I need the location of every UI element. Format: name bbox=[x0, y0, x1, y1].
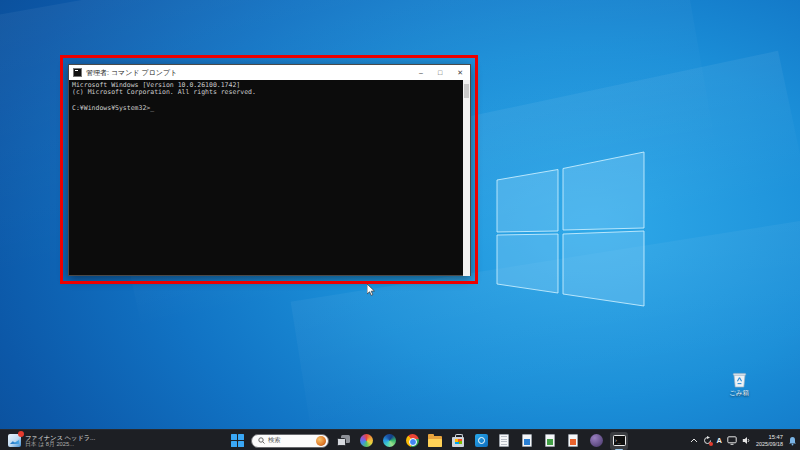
finance-widget-icon bbox=[8, 434, 21, 447]
task-view-icon bbox=[337, 435, 350, 446]
taskbar-app-command-prompt-active[interactable]: ›_ bbox=[610, 432, 628, 450]
taskbar-app-store[interactable] bbox=[449, 432, 467, 450]
cmd-console[interactable]: Microsoft Windows [Version 10.0.26100.17… bbox=[69, 80, 470, 276]
mouse-cursor-icon bbox=[367, 284, 376, 296]
taskbar-app-file-explorer[interactable] bbox=[426, 432, 444, 450]
notification-center-button[interactable] bbox=[788, 436, 797, 446]
display-icon bbox=[727, 436, 737, 445]
windows-start-icon bbox=[231, 434, 244, 447]
console-cursor: _ bbox=[150, 104, 154, 112]
cmd-window-icon bbox=[73, 68, 82, 77]
taskbar-app-edge[interactable] bbox=[380, 432, 398, 450]
sync-alert-badge bbox=[709, 442, 713, 446]
calc-document-icon bbox=[545, 434, 555, 447]
chevron-up-icon bbox=[690, 438, 698, 443]
window-controls: – □ ✕ bbox=[419, 69, 466, 76]
system-tray: A 15:47 2025/09/18 bbox=[690, 430, 797, 450]
hidden-icons-button[interactable] bbox=[690, 438, 698, 443]
widget-headline: ファイナンス ヘッドラ... bbox=[25, 434, 95, 441]
writer-document-icon bbox=[522, 434, 532, 447]
copilot-icon bbox=[360, 434, 373, 447]
notification-bell-icon bbox=[788, 436, 797, 446]
command-prompt-window[interactable]: 管理者: コマンド プロンプト – □ ✕ Microsoft Windows … bbox=[68, 64, 471, 276]
minimize-button[interactable]: – bbox=[419, 69, 423, 76]
recycle-bin-shortcut[interactable]: ごみ箱 bbox=[718, 371, 760, 398]
taskbar-app-writer[interactable] bbox=[518, 432, 536, 450]
start-button[interactable] bbox=[228, 432, 246, 450]
microsoft-store-icon bbox=[452, 437, 464, 447]
ime-mode-indicator[interactable]: A bbox=[717, 436, 722, 445]
scrollbar-thumb[interactable] bbox=[464, 84, 469, 98]
search-placeholder: 検索 bbox=[268, 436, 313, 445]
taskbar-app-impress[interactable] bbox=[564, 432, 582, 450]
sync-alert-button[interactable] bbox=[703, 436, 712, 445]
taskbar-app-copilot[interactable] bbox=[357, 432, 375, 450]
taskbar-center-group: 検索 bbox=[228, 430, 628, 450]
desktop: 管理者: コマンド プロンプト – □ ✕ Microsoft Windows … bbox=[0, 0, 800, 450]
widget-subline: 日本 は 8月 2025... bbox=[25, 441, 95, 448]
recycle-bin-icon bbox=[731, 371, 748, 388]
network-display-button[interactable] bbox=[727, 436, 737, 445]
console-line: (c) Microsoft Corporation. All rights re… bbox=[72, 89, 460, 96]
file-explorer-icon bbox=[428, 436, 442, 447]
console-prompt-row: C:¥Windows¥System32> _ bbox=[72, 104, 460, 112]
windows-wallpaper-logo bbox=[490, 145, 650, 315]
clock-date: 2025/09/18 bbox=[756, 441, 783, 447]
taskbar-app-calc[interactable] bbox=[541, 432, 559, 450]
search-daily-image-icon[interactable] bbox=[316, 436, 326, 446]
taskbar-app-chrome[interactable] bbox=[403, 432, 421, 450]
speaker-icon bbox=[742, 436, 751, 445]
cmd-window-title: 管理者: コマンド プロンプト bbox=[86, 68, 177, 78]
taskbar-app-outlook[interactable] bbox=[472, 432, 490, 450]
gimp-icon bbox=[590, 434, 603, 447]
cmd-titlebar[interactable]: 管理者: コマンド プロンプト – □ ✕ bbox=[69, 65, 470, 80]
recycle-bin-label: ごみ箱 bbox=[718, 389, 760, 398]
console-prompt: C:¥Windows¥System32> bbox=[72, 105, 150, 112]
console-scrollbar[interactable] bbox=[463, 80, 470, 276]
taskbar-app-gimp[interactable] bbox=[587, 432, 605, 450]
widgets-button[interactable]: ファイナンス ヘッドラ... 日本 は 8月 2025... bbox=[4, 430, 99, 450]
maximize-button[interactable]: □ bbox=[438, 69, 442, 76]
close-button[interactable]: ✕ bbox=[457, 69, 463, 76]
taskbar: ファイナンス ヘッドラ... 日本 は 8月 2025... 検索 bbox=[0, 429, 800, 450]
notepad-icon bbox=[499, 434, 509, 447]
taskbar-app-notepad[interactable] bbox=[495, 432, 513, 450]
clock[interactable]: 15:47 2025/09/18 bbox=[756, 434, 783, 446]
chrome-icon bbox=[406, 434, 419, 447]
search-icon bbox=[258, 437, 265, 444]
edge-icon bbox=[383, 434, 396, 447]
notification-badge bbox=[18, 431, 24, 437]
impress-document-icon bbox=[568, 434, 578, 447]
task-view-button[interactable] bbox=[334, 432, 352, 450]
search-input[interactable]: 検索 bbox=[251, 434, 329, 448]
command-prompt-icon: ›_ bbox=[613, 435, 626, 446]
outlook-icon bbox=[475, 434, 488, 447]
volume-button[interactable] bbox=[742, 436, 751, 445]
